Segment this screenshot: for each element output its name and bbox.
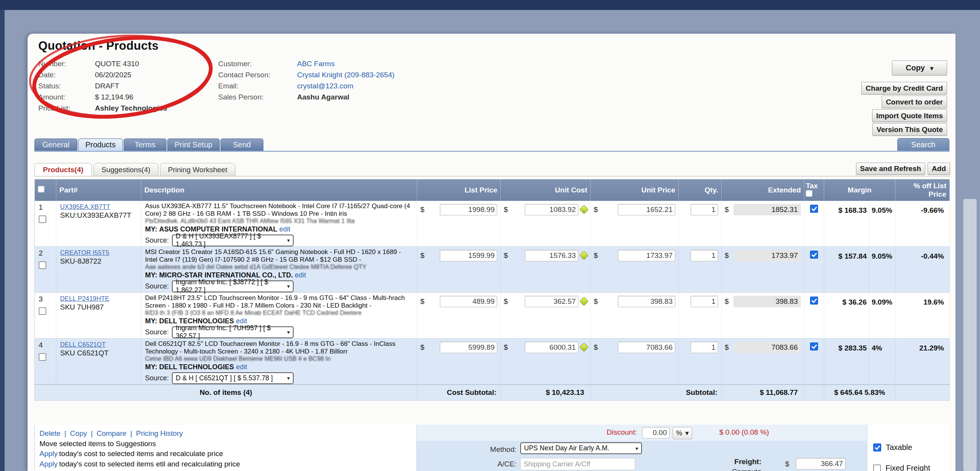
customer-link[interactable]: ABC Farms xyxy=(297,60,335,68)
list-price-input[interactable] xyxy=(440,204,497,215)
import-quote-items-button[interactable]: Import Quote Items xyxy=(872,109,947,122)
discount-input[interactable] xyxy=(642,427,670,438)
copy-dropdown-button[interactable]: Copy ▾ xyxy=(892,60,947,75)
unit-cost-input[interactable] xyxy=(525,342,578,353)
copy-button-label: Copy xyxy=(906,64,925,72)
source-select[interactable]: D & H [ C6521QT ] [ $ 5.537.78 ]▾ xyxy=(172,372,294,384)
qty-input[interactable] xyxy=(691,204,718,215)
apply-cost-etil-link[interactable]: Apply xyxy=(39,459,58,469)
part-link[interactable]: UX395EA.XB7TT xyxy=(60,203,139,210)
unit-price-input[interactable] xyxy=(618,204,675,215)
source-label: Source: xyxy=(145,282,169,290)
extended-value: 1733.97 xyxy=(733,250,801,261)
chevron-down-icon: ▾ xyxy=(287,329,290,335)
vertical-scrollbar[interactable] xyxy=(963,199,977,471)
part-link[interactable]: DELL P2419HTE xyxy=(60,295,139,302)
extended-value: 1852.31 xyxy=(733,204,801,215)
fixed-freight-checkbox[interactable] xyxy=(873,464,881,471)
source-select[interactable]: Ingram Micre Inc. [ $J8772 ] [ $ 1,862.2… xyxy=(172,280,294,292)
contact-link[interactable]: Crystal Knight (209-883-2654) xyxy=(297,71,395,79)
tax-checkbox[interactable] xyxy=(810,205,818,213)
currency-symbol: $ xyxy=(785,460,789,468)
part-link[interactable]: CREATOR I55T5 xyxy=(60,249,139,256)
save-and-refresh-button[interactable]: Save and Refresh xyxy=(856,163,925,175)
live-cost-icon[interactable] xyxy=(579,297,588,306)
unit-cost-input[interactable] xyxy=(525,296,578,307)
taxable-checkbox[interactable] xyxy=(873,443,881,451)
taxable-option[interactable]: Taxable xyxy=(873,443,912,452)
search-button[interactable]: Search xyxy=(897,138,949,151)
unit-price-input[interactable] xyxy=(618,250,675,261)
qty-input[interactable] xyxy=(691,342,718,353)
subtab-suggestions[interactable]: Suggestions(4) xyxy=(93,163,158,176)
source-select[interactable]: D & H [ UX393EAX8777 ] [ $ 1,463.73 ]▾ xyxy=(172,235,294,246)
move-to-suggestions-text[interactable]: Move selected items to Suggestions xyxy=(39,439,156,449)
number-value: QUOTE 4310 xyxy=(95,60,139,68)
delete-link[interactable]: Delete xyxy=(39,429,60,439)
compare-link[interactable]: Compare xyxy=(96,429,126,439)
manufacturer-name: DELL TECHNOLOGIES xyxy=(159,317,234,325)
unit-price-input[interactable] xyxy=(618,342,675,353)
convert-to-order-button[interactable]: Convert to order xyxy=(882,96,947,108)
currency-symbol: $ xyxy=(594,251,598,260)
separator: | xyxy=(128,429,134,439)
subtab-products[interactable]: Products(4) xyxy=(34,163,92,176)
manufacturer-label: MY: xyxy=(145,225,157,233)
live-cost-icon[interactable] xyxy=(579,205,588,214)
freight-input[interactable] xyxy=(796,458,846,469)
add-button[interactable]: Add xyxy=(928,163,950,175)
manufacturer-label: MY: xyxy=(145,363,157,371)
row-select-checkbox[interactable] xyxy=(39,307,46,315)
unit-cost-input[interactable] xyxy=(525,204,578,215)
currency-symbol: $ xyxy=(725,297,729,306)
table-row: 3 DELL P2419HTESKU 7UH987 Dell P2418HT 2… xyxy=(35,292,950,338)
shipping-carrier-input[interactable] xyxy=(520,458,635,470)
version-this-quote-button[interactable]: Version This Quote xyxy=(872,123,947,136)
charge-credit-card-button[interactable]: Charge by Credit Card xyxy=(861,82,947,95)
discount-unit-select[interactable]: %▾ xyxy=(673,427,692,439)
row-select-checkbox[interactable] xyxy=(39,353,46,361)
tab-print-setup[interactable]: Print Setup xyxy=(167,139,220,151)
edit-link[interactable]: edit xyxy=(236,317,247,325)
live-cost-icon[interactable] xyxy=(579,342,588,352)
copy-link[interactable]: Copy xyxy=(70,429,87,439)
list-price-input[interactable] xyxy=(440,342,497,353)
edit-link[interactable]: edit xyxy=(236,363,247,371)
tax-checkbox[interactable] xyxy=(810,251,818,259)
freight-compute-link[interactable]: Compute xyxy=(708,468,761,471)
update-title-link[interactable]: Ucctate xyxy=(39,469,64,471)
discount-label: Discount: xyxy=(589,428,637,437)
qty-input[interactable] xyxy=(691,296,718,307)
tab-general[interactable]: General xyxy=(34,139,77,151)
source-select[interactable]: Ingram Micro Inc. [ 7UH957 ] [ $ 362.57 … xyxy=(172,326,294,338)
qty-input[interactable] xyxy=(691,250,718,261)
tax-all-checkbox[interactable] xyxy=(806,190,812,197)
list-price-input[interactable] xyxy=(440,250,497,261)
source-label: Source: xyxy=(145,374,169,382)
tab-products[interactable]: Products xyxy=(78,139,123,151)
row-select-checkbox[interactable] xyxy=(39,215,46,223)
edit-link[interactable]: edit xyxy=(295,271,306,279)
table-row: 2 CREATOR I55T5SKU-8J8722 MSI Creator 15… xyxy=(35,246,950,292)
tab-send[interactable]: Send xyxy=(220,139,263,151)
unit-price-input[interactable] xyxy=(618,296,675,307)
fixed-freight-option[interactable]: Fixed Freight xyxy=(873,464,930,471)
part-link[interactable]: DELL C6521QT xyxy=(60,341,139,348)
tab-terms[interactable]: Terms xyxy=(124,139,167,151)
email-link[interactable]: crystal@123.com xyxy=(297,82,353,90)
subtab-pricing-worksheet[interactable]: Prining Worksheet xyxy=(160,163,235,176)
tax-checkbox[interactable] xyxy=(810,342,818,350)
unit-cost-input[interactable] xyxy=(525,250,578,261)
live-cost-icon[interactable] xyxy=(579,251,588,260)
summary-row: No. of items (4) Cost Subtotal: $ 10,423… xyxy=(35,385,950,401)
list-price-input[interactable] xyxy=(440,296,497,307)
tax-checkbox[interactable] xyxy=(810,297,818,305)
pricing-history-link[interactable]: Pricing History xyxy=(136,429,183,439)
apply-cost-link[interactable]: Apply xyxy=(39,449,58,459)
select-all-checkbox[interactable] xyxy=(38,186,44,192)
row-number: 1 xyxy=(39,203,56,212)
edit-link[interactable]: edit xyxy=(279,225,290,233)
product-description: Dell C6521QT 82.5" LCD Touchacreen Monit… xyxy=(145,340,413,355)
shipping-method-select[interactable]: UPS Next Day Air Early A.M.▾ xyxy=(520,442,642,454)
row-select-checkbox[interactable] xyxy=(39,261,46,269)
